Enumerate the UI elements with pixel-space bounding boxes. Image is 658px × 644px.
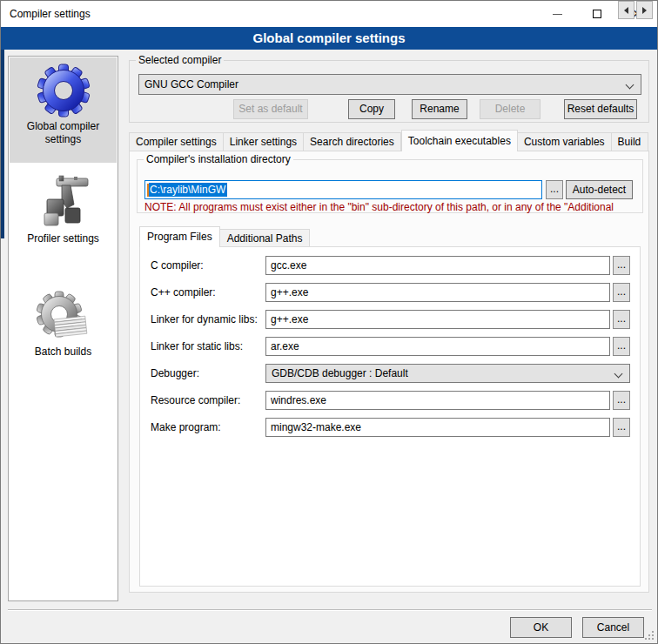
program-tabs: Program Files Additional Paths bbox=[139, 227, 310, 247]
page-title: Global compiler settings bbox=[1, 27, 657, 50]
static-linker-label: Linker for static libs: bbox=[151, 337, 243, 356]
installation-note: NOTE: All programs must exist either in … bbox=[144, 201, 639, 213]
minimize-button[interactable] bbox=[537, 1, 577, 27]
selected-compiler-group: Selected compiler GNU GCC Compiler Set a… bbox=[129, 60, 649, 123]
dynamic-linker-label: Linker for dynamic libs: bbox=[151, 310, 258, 329]
ok-button[interactable]: OK bbox=[510, 617, 572, 638]
set-as-default-button[interactable]: Set as default bbox=[233, 99, 308, 119]
static-linker-input[interactable] bbox=[265, 337, 610, 356]
tab-search-directories[interactable]: Search directories bbox=[304, 132, 401, 151]
caliper-icon bbox=[36, 175, 91, 231]
sidebar-item-label: Global compiler settings bbox=[10, 120, 117, 146]
cancel-button[interactable]: Cancel bbox=[582, 617, 644, 638]
title-bar[interactable]: Compiler settings × bbox=[1, 1, 657, 27]
cpp-compiler-input[interactable] bbox=[265, 283, 610, 302]
maximize-icon bbox=[593, 10, 601, 18]
c-compiler-label: C compiler: bbox=[151, 256, 204, 275]
sidebar-item-global-compiler-settings[interactable]: Global compiler settings bbox=[10, 57, 117, 163]
compiler-settings-dialog: Compiler settings × Global compiler sett… bbox=[0, 0, 658, 644]
tab-program-files[interactable]: Program Files bbox=[139, 226, 220, 247]
rename-button[interactable]: Rename bbox=[412, 99, 467, 119]
program-files-panel: C compiler: ... C++ compiler: ... Linker… bbox=[139, 246, 641, 587]
sidebar-item-label: Batch builds bbox=[10, 345, 117, 359]
toolchain-executables-panel: Compiler's installation directory C:\ray… bbox=[129, 151, 649, 593]
tab-toolchain-executables[interactable]: Toolchain executables bbox=[401, 130, 518, 151]
compiler-select-value: GNU GCC Compiler bbox=[144, 78, 238, 91]
sidebar-item-profiler-settings[interactable]: Profiler settings bbox=[10, 170, 117, 258]
make-program-input[interactable] bbox=[265, 418, 610, 437]
footer-divider bbox=[8, 609, 652, 611]
reset-defaults-button[interactable]: Reset defaults bbox=[564, 99, 637, 119]
installation-directory-group: Compiler's installation directory C:\ray… bbox=[137, 159, 643, 213]
delete-button[interactable]: Delete bbox=[480, 99, 540, 119]
c-compiler-browse-button[interactable]: ... bbox=[613, 256, 630, 275]
dynamic-linker-browse-button[interactable]: ... bbox=[613, 310, 630, 329]
settings-tabs: Compiler settings Linker settings Search… bbox=[129, 131, 648, 151]
tab-build-options[interactable]: Build bbox=[612, 132, 648, 151]
dynamic-linker-input[interactable] bbox=[265, 310, 610, 329]
tab-scroll-right-button[interactable] bbox=[636, 1, 653, 19]
cpp-compiler-label: C++ compiler: bbox=[151, 283, 216, 302]
chevron-down-icon bbox=[626, 81, 634, 90]
resource-compiler-input[interactable] bbox=[265, 391, 610, 410]
sidebar-item-label: Profiler settings bbox=[10, 232, 117, 245]
browse-directory-button[interactable]: ... bbox=[546, 180, 563, 199]
installation-directory-group-label: Compiler's installation directory bbox=[144, 153, 293, 165]
tab-custom-variables[interactable]: Custom variables bbox=[518, 132, 612, 151]
make-program-label: Make program: bbox=[151, 418, 221, 437]
installation-directory-input[interactable]: C:\raylib\MinGW bbox=[144, 180, 542, 199]
debugger-label: Debugger: bbox=[151, 364, 199, 383]
settings-category-list: Global compiler settings bbox=[8, 56, 118, 601]
make-program-browse-button[interactable]: ... bbox=[613, 418, 630, 437]
left-edge-accent bbox=[1, 50, 4, 238]
c-compiler-input[interactable] bbox=[265, 256, 610, 275]
minimize-icon bbox=[553, 14, 562, 15]
resource-compiler-browse-button[interactable]: ... bbox=[613, 391, 630, 410]
sidebar-item-batch-builds[interactable]: Batch builds bbox=[10, 283, 117, 368]
auto-detect-button[interactable]: Auto-detect bbox=[566, 180, 633, 199]
window-title: Compiler settings bbox=[10, 1, 91, 27]
tab-scroll-left-button[interactable] bbox=[618, 1, 634, 19]
arrow-right-icon bbox=[642, 7, 647, 14]
copy-button[interactable]: Copy bbox=[348, 99, 395, 119]
static-linker-browse-button[interactable]: ... bbox=[613, 337, 630, 356]
blue-gear-icon bbox=[36, 63, 91, 118]
resource-compiler-label: Resource compiler: bbox=[151, 391, 240, 410]
tab-linker-settings[interactable]: Linker settings bbox=[224, 132, 304, 151]
gray-gear-papers-icon bbox=[36, 288, 91, 344]
resize-grip[interactable] bbox=[652, 638, 654, 640]
installation-directory-value: C:\raylib\MinGW bbox=[149, 183, 227, 197]
maximize-button[interactable] bbox=[577, 1, 617, 27]
selected-compiler-group-label: Selected compiler bbox=[136, 54, 224, 66]
compiler-select[interactable]: GNU GCC Compiler bbox=[138, 74, 641, 95]
tab-additional-paths[interactable]: Additional Paths bbox=[220, 229, 311, 247]
debugger-select-value: GDB/CDB debugger : Default bbox=[272, 367, 408, 379]
debugger-select[interactable]: GDB/CDB debugger : Default bbox=[265, 364, 630, 383]
chevron-down-icon bbox=[614, 370, 623, 379]
tab-compiler-settings[interactable]: Compiler settings bbox=[129, 132, 224, 151]
cpp-compiler-browse-button[interactable]: ... bbox=[613, 283, 630, 302]
arrow-left-icon bbox=[624, 7, 628, 14]
